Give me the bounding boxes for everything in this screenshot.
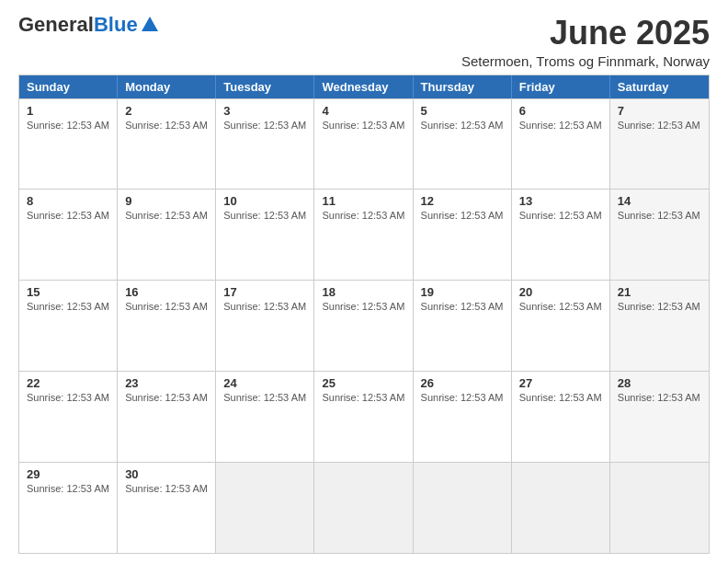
calendar-week-2: 8Sunrise: 12:53 AM9Sunrise: 12:53 AM10Su… [19, 189, 709, 280]
day-number: 2 [125, 104, 208, 118]
header: GeneralBlue June 2025 Setermoen, Troms o… [18, 15, 710, 69]
day-number: 1 [27, 104, 109, 118]
day-number: 13 [519, 194, 602, 208]
calendar-cell-4: 4Sunrise: 12:53 AM [314, 99, 413, 190]
day-number: 21 [618, 285, 701, 299]
sunrise-info: Sunrise: 12:53 AM [322, 301, 404, 312]
logo-text: GeneralBlue [18, 15, 160, 35]
sunrise-info: Sunrise: 12:53 AM [223, 392, 306, 403]
day-number: 4 [322, 104, 404, 118]
sunrise-info: Sunrise: 12:53 AM [27, 483, 109, 494]
day-number: 23 [125, 376, 208, 390]
logo-general: General [18, 15, 94, 35]
day-number: 12 [421, 194, 504, 208]
calendar-cell-19: 19Sunrise: 12:53 AM [414, 281, 512, 371]
sunrise-info: Sunrise: 12:53 AM [421, 392, 504, 403]
day-number: 10 [223, 194, 306, 208]
day-number: 22 [27, 376, 109, 390]
sunrise-info: Sunrise: 12:53 AM [519, 392, 602, 403]
calendar-cell-22: 22Sunrise: 12:53 AM [19, 372, 118, 462]
header-monday: Monday [118, 75, 216, 98]
day-number: 15 [27, 285, 109, 299]
sunrise-info: Sunrise: 12:53 AM [322, 392, 404, 403]
header-sunday: Sunday [19, 75, 118, 98]
calendar-week-4: 22Sunrise: 12:53 AM23Sunrise: 12:53 AM24… [19, 371, 709, 462]
calendar-cell-30: 30Sunrise: 12:53 AM [118, 463, 216, 553]
header-saturday: Saturday [610, 75, 709, 98]
sunrise-info: Sunrise: 12:53 AM [421, 301, 504, 312]
day-number: 28 [618, 376, 701, 390]
day-number: 25 [322, 376, 404, 390]
month-year: June 2025 [461, 15, 710, 52]
calendar-cell-27: 27Sunrise: 12:53 AM [512, 372, 610, 462]
sunrise-info: Sunrise: 12:53 AM [519, 120, 602, 131]
calendar-cell-12: 12Sunrise: 12:53 AM [414, 190, 512, 280]
sunrise-info: Sunrise: 12:53 AM [322, 210, 404, 221]
svg-marker-0 [142, 17, 158, 31]
day-number: 24 [223, 376, 306, 390]
day-number: 7 [618, 104, 701, 118]
sunrise-info: Sunrise: 12:53 AM [125, 392, 208, 403]
calendar-cell-empty [314, 463, 413, 553]
page: GeneralBlue June 2025 Setermoen, Troms o… [0, 0, 728, 563]
sunrise-info: Sunrise: 12:53 AM [618, 120, 701, 131]
title-block: June 2025 Setermoen, Troms og Finnmark, … [461, 15, 710, 69]
calendar-cell-28: 28Sunrise: 12:53 AM [610, 372, 709, 462]
sunrise-info: Sunrise: 12:53 AM [27, 210, 109, 221]
calendar-cell-5: 5Sunrise: 12:53 AM [414, 99, 512, 190]
day-number: 11 [322, 194, 404, 208]
calendar-cell-26: 26Sunrise: 12:53 AM [414, 372, 512, 462]
sunrise-info: Sunrise: 12:53 AM [223, 301, 306, 312]
calendar-cell-13: 13Sunrise: 12:53 AM [512, 190, 610, 280]
calendar-cell-24: 24Sunrise: 12:53 AM [216, 372, 314, 462]
header-tuesday: Tuesday [216, 75, 314, 98]
calendar-cell-16: 16Sunrise: 12:53 AM [118, 281, 216, 371]
calendar-body: 1Sunrise: 12:53 AM2Sunrise: 12:53 AM3Sun… [19, 98, 709, 553]
day-number: 5 [421, 104, 504, 118]
calendar-cell-empty [216, 463, 314, 553]
calendar-cell-21: 21Sunrise: 12:53 AM [610, 281, 709, 371]
calendar-cell-empty [610, 463, 709, 553]
sunrise-info: Sunrise: 12:53 AM [27, 392, 109, 403]
day-number: 19 [421, 285, 504, 299]
day-number: 9 [125, 194, 208, 208]
day-number: 20 [519, 285, 602, 299]
calendar-cell-18: 18Sunrise: 12:53 AM [314, 281, 413, 371]
sunrise-info: Sunrise: 12:53 AM [618, 392, 701, 403]
location: Setermoen, Troms og Finnmark, Norway [461, 53, 710, 69]
calendar-cell-20: 20Sunrise: 12:53 AM [512, 281, 610, 371]
sunrise-info: Sunrise: 12:53 AM [519, 210, 602, 221]
sunrise-info: Sunrise: 12:53 AM [125, 210, 208, 221]
day-number: 6 [519, 104, 602, 118]
sunrise-info: Sunrise: 12:53 AM [223, 120, 306, 131]
sunrise-info: Sunrise: 12:53 AM [125, 301, 208, 312]
calendar-cell-9: 9Sunrise: 12:53 AM [118, 190, 216, 280]
calendar-cell-29: 29Sunrise: 12:53 AM [19, 463, 118, 553]
calendar-week-3: 15Sunrise: 12:53 AM16Sunrise: 12:53 AM17… [19, 280, 709, 371]
calendar-cell-empty [512, 463, 610, 553]
calendar-week-1: 1Sunrise: 12:53 AM2Sunrise: 12:53 AM3Sun… [19, 98, 709, 190]
header-friday: Friday [512, 75, 610, 98]
sunrise-info: Sunrise: 12:53 AM [618, 210, 701, 221]
logo-icon [140, 15, 160, 35]
sunrise-info: Sunrise: 12:53 AM [421, 210, 504, 221]
day-number: 16 [125, 285, 208, 299]
day-number: 8 [27, 194, 109, 208]
day-number: 18 [322, 285, 404, 299]
day-number: 29 [27, 467, 109, 481]
sunrise-info: Sunrise: 12:53 AM [27, 301, 109, 312]
calendar-cell-8: 8Sunrise: 12:53 AM [19, 190, 118, 280]
day-number: 17 [223, 285, 306, 299]
calendar-cell-7: 7Sunrise: 12:53 AM [610, 99, 709, 190]
calendar-cell-2: 2Sunrise: 12:53 AM [118, 99, 216, 190]
day-number: 3 [223, 104, 306, 118]
header-thursday: Thursday [414, 75, 512, 98]
calendar-cell-15: 15Sunrise: 12:53 AM [19, 281, 118, 371]
calendar-cell-11: 11Sunrise: 12:53 AM [314, 190, 413, 280]
sunrise-info: Sunrise: 12:53 AM [421, 120, 504, 131]
calendar-cell-23: 23Sunrise: 12:53 AM [118, 372, 216, 462]
sunrise-info: Sunrise: 12:53 AM [223, 210, 306, 221]
day-number: 14 [618, 194, 701, 208]
logo-blue: Blue [94, 15, 138, 35]
calendar-cell-10: 10Sunrise: 12:53 AM [216, 190, 314, 280]
